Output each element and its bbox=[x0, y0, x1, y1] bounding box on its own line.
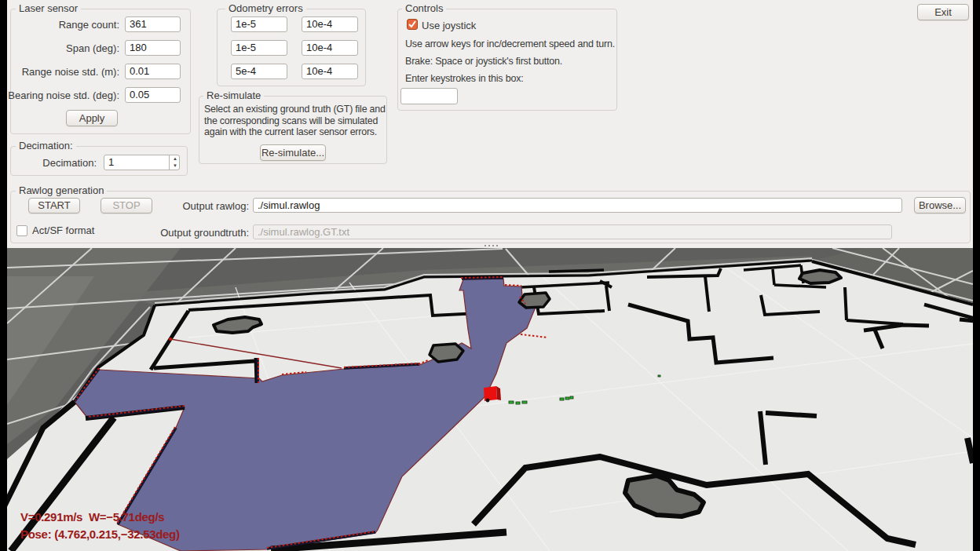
svg-text:V=0.291m/s W=−5.71deg/s: V=0.291m/s W=−5.71deg/s bbox=[20, 510, 164, 524]
svg-text:Pose: (4.762,0.215,−32.53deg): Pose: (4.762,0.215,−32.53deg) bbox=[20, 527, 180, 541]
